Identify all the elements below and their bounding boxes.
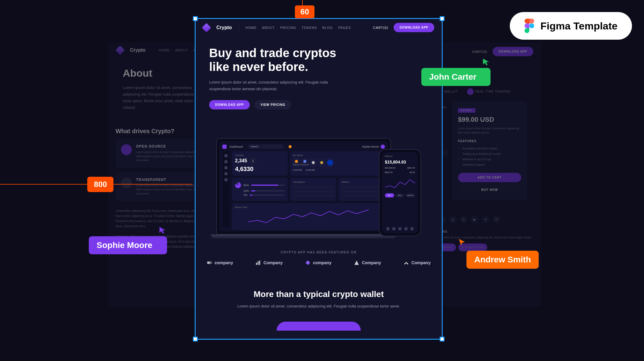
plan-badge: EXPERT — [458, 108, 475, 113]
chart-card: Bitcoin Chart — [232, 203, 385, 230]
card-icon — [327, 160, 333, 166]
nav-cart[interactable]: CART(0) — [472, 50, 487, 54]
brand[interactable]: Crypto — [130, 47, 146, 53]
company-logo: company — [305, 260, 331, 265]
brand[interactable]: Crypto — [216, 25, 232, 30]
plan-price: $99.00 USD — [458, 116, 521, 124]
nav-tokens[interactable]: TOKENS — [302, 26, 317, 29]
svg-rect-5 — [305, 261, 310, 265]
social-whatsapp-icon[interactable]: ✆ — [492, 216, 500, 223]
alloc-card: 81% 12% 7% — [232, 178, 288, 201]
svg-rect-3 — [258, 262, 259, 265]
nav-links: HOME ABOUT PRICING TOKENS BLOG PAGES — [246, 26, 351, 29]
company-logo: company — [207, 260, 233, 265]
purple-shape — [277, 322, 361, 331]
cursor-john: John Carter — [421, 57, 491, 86]
plan-desc: Lorem ipsum dolor sit amet, consectetur … — [458, 127, 521, 135]
feat-item: Everything included in Expert — [458, 146, 521, 151]
divider — [239, 25, 239, 31]
nav-download-button[interactable]: DOWNLOAD APP — [394, 23, 434, 32]
svg-rect-4 — [259, 261, 260, 265]
sidebar-icon[interactable] — [224, 178, 228, 181]
pie-icon — [235, 182, 241, 188]
dash-logo-icon — [222, 145, 227, 149]
about-title: About — [123, 67, 202, 79]
company-logo: Company — [255, 260, 283, 265]
feat2-title: TRANSPARENT — [136, 178, 204, 182]
add-to-cart-button[interactable]: ADD TO CART — [458, 173, 521, 182]
phone-nav-icon[interactable] — [386, 227, 389, 230]
social-linkedin-icon[interactable]: in — [460, 216, 468, 223]
social-instagram-icon[interactable]: ◎ — [449, 216, 457, 223]
buy-now-button[interactable]: BUY NOW — [458, 185, 521, 194]
dash-username: Sophie Moore — [362, 145, 379, 148]
phone-nav-icon[interactable] — [404, 227, 407, 230]
sidebar-icon[interactable] — [224, 154, 228, 157]
sidebar-icon[interactable] — [224, 160, 228, 163]
artboard-home[interactable]: Crypto HOME ABOUT PRICING TOKENS BLOG PA… — [195, 18, 443, 340]
eth-icon — [303, 160, 306, 163]
about-sub: Lorem ipsum dolor sit amet, consectetur … — [123, 84, 202, 111]
phone-nav-icon[interactable] — [392, 227, 395, 230]
figma-badge-text: Figma Template — [540, 20, 618, 32]
nav-home[interactable]: HOME — [159, 48, 170, 52]
measurement-label-60: 60 — [295, 5, 314, 18]
laptop-mock: Dashboard Search Sophie Moore — [216, 138, 391, 239]
pricing-card-expert[interactable]: EXPERT $99.00 USD Lorem ipsum dolor sit … — [452, 101, 527, 200]
nav-cart[interactable]: CART(0) — [373, 26, 388, 29]
nav-pricing[interactable]: PRICING — [280, 26, 296, 29]
nav-home[interactable]: HOME — [246, 26, 257, 29]
nav-about[interactable]: ABOUT — [262, 26, 275, 29]
pill-watch[interactable]: WATCH — [406, 193, 415, 197]
overview-label: Overview — [235, 154, 285, 156]
nav: Crypto HOME ABOUT PRICING TOKENS BLOG PA… — [195, 18, 443, 37]
phone-nav-icon[interactable] — [398, 227, 401, 230]
section2-title: More than a typical crypto wallet — [213, 289, 425, 299]
stat-a-sub: 5 — [250, 159, 256, 164]
phone-balance: $15,804.93 — [385, 160, 415, 164]
svg-rect-2 — [256, 263, 257, 265]
stat-a: 2,345 — [235, 158, 247, 164]
dash-title: Dashboard — [230, 145, 243, 148]
social-telegram-icon[interactable]: ✈ — [481, 216, 489, 223]
feat-item: Windows & macOS App — [458, 157, 521, 162]
social-youtube-icon[interactable]: ▶ — [471, 216, 478, 223]
ltc-icon — [312, 161, 315, 164]
svg-point-1 — [209, 262, 212, 264]
tab-trading[interactable]: REAL TIME TRADING — [467, 88, 511, 95]
pill-buy[interactable]: BUY — [385, 193, 394, 197]
tokens-label: My Tokens — [293, 154, 382, 156]
sidebar-icon[interactable] — [224, 166, 228, 169]
cursor-sophie: Sophie Moore — [89, 225, 167, 254]
pill-sell[interactable]: SELL — [395, 193, 405, 197]
doge-icon — [320, 161, 323, 164]
phone-mock: Balance $15,804.93 $15,804.93$923.78 $92… — [379, 149, 421, 236]
hero-title: Buy and trade cryptoslike never before. — [209, 46, 428, 74]
nav-blog[interactable]: BLOG — [322, 26, 333, 29]
dash-sidebar — [222, 151, 230, 228]
feat-item: Dedicated Support — [458, 162, 521, 167]
dash-search-input[interactable]: Search — [248, 144, 284, 149]
measurement-label-800: 800 — [87, 177, 113, 192]
markets-card: Markets — [339, 178, 385, 201]
nav-about[interactable]: ABOUT — [175, 48, 188, 52]
dashboard-mockup: Dashboard Search Sophie Moore — [216, 130, 421, 239]
sidebar-icon[interactable] — [224, 172, 228, 175]
transparent-icon — [121, 178, 132, 188]
hero-download-button[interactable]: DOWNLOAD APP — [209, 100, 250, 109]
cursor-label: Sophie Moore — [89, 236, 167, 254]
nav-download-button[interactable]: DOWNLOAD APP — [493, 47, 533, 56]
cursor-label: John Carter — [421, 68, 491, 86]
logo-icon — [115, 45, 125, 55]
feat2-desc: Lorem ipsum dolor sit amet, consectetur … — [136, 184, 204, 196]
section2-sub: Lorem ipsum dolor sit amet, consectetur … — [213, 303, 425, 310]
hero-pricing-button[interactable]: VIEW PRICING — [255, 100, 291, 109]
download-title: DOWNLOAD — [427, 229, 536, 234]
nav-pages[interactable]: PAGES — [338, 26, 351, 29]
featured-label: CRYPTO APP HAS BEEN FEATURED ON — [207, 251, 431, 254]
cursor-label: Andrew Smith — [466, 251, 539, 269]
overview-card: Overview 2,345 5 4,6330 — [232, 151, 288, 176]
feat1-title: OPEN SOURCE — [136, 144, 204, 148]
avatar-icon[interactable] — [381, 145, 385, 149]
phone-nav-icon[interactable] — [410, 227, 413, 230]
